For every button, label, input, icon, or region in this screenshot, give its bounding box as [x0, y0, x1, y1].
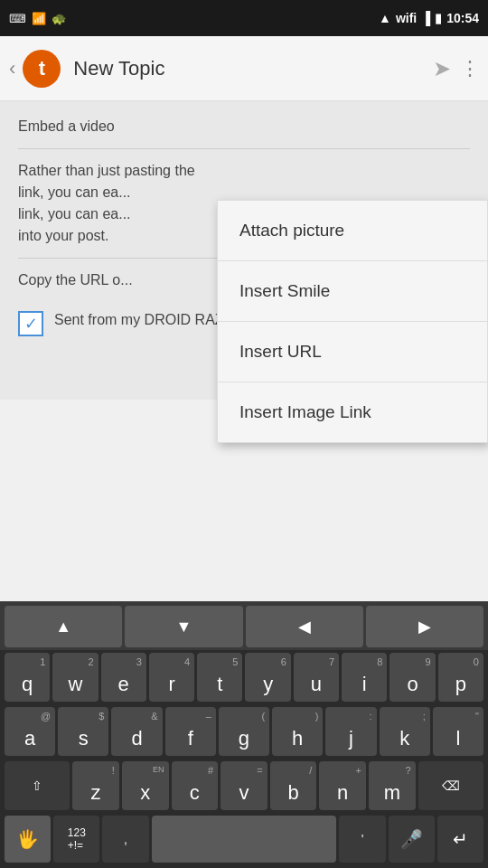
app-bar-actions: ➤ ⋮ — [433, 56, 479, 81]
key-w[interactable]: 2w — [52, 653, 98, 702]
key-s[interactable]: $s — [58, 707, 108, 756]
keyboard-row-2: @a $s &d –f (g )h :j ;k "l — [0, 704, 488, 759]
attach-picture-option[interactable]: Attach picture — [218, 201, 487, 261]
keyboard-row-4: 🖐 123+!= , ' 🎤 ↵ — [0, 813, 488, 868]
check-icon: ✓ — [24, 314, 38, 334]
key-o[interactable]: 9o — [389, 653, 435, 702]
apostrophe-key[interactable]: ' — [339, 816, 385, 863]
key-n[interactable]: +n — [319, 761, 366, 810]
insert-smile-option[interactable]: Insert Smile — [218, 261, 487, 322]
signal-bars-icon: ▐ — [421, 11, 430, 25]
numbers-key[interactable]: 123+!= — [53, 816, 99, 863]
more-options-button[interactable]: ⋮ — [460, 57, 479, 80]
status-bar: ⌨ 📶 🐢 ▲ wifi ▐ ▮ 10:54 — [0, 0, 488, 36]
page-title: New Topic — [73, 57, 164, 80]
wifi-icon: ▲ — [379, 11, 391, 25]
arrow-up-key[interactable]: ▲ — [5, 606, 122, 647]
key-m[interactable]: ?m — [369, 761, 416, 810]
arrow-row: ▲ ▼ ◀ ▶ — [0, 601, 488, 650]
key-h[interactable]: )h — [272, 707, 323, 756]
key-u[interactable]: 7u — [294, 653, 339, 702]
key-g[interactable]: (g — [219, 707, 269, 756]
shift-key[interactable]: ⇧ — [5, 761, 70, 810]
key-r[interactable]: 4r — [149, 653, 194, 702]
space-key[interactable] — [152, 816, 337, 863]
tapatalk-logo: t — [23, 50, 61, 88]
arrow-down-key[interactable]: ▼ — [125, 606, 242, 647]
key-e[interactable]: 3e — [101, 653, 146, 702]
signature-checkbox[interactable]: ✓ — [18, 311, 43, 336]
arrow-left-key[interactable]: ◀ — [246, 606, 363, 647]
app-bar: ‹ t New Topic ➤ ⋮ — [0, 36, 488, 101]
key-i[interactable]: 8i — [342, 653, 387, 702]
keyboard: ▲ ▼ ◀ ▶ 1q 2w 3e 4r 5t 6y 7u 8i 9o 0p @a… — [0, 601, 488, 868]
embed-video-text: Embed a video — [18, 116, 470, 137]
sim-icon: 📶 — [32, 12, 46, 25]
insert-url-option[interactable]: Insert URL — [218, 322, 487, 382]
keyboard-row-1: 1q 2w 3e 4r 5t 6y 7u 8i 9o 0p — [0, 650, 488, 704]
status-bar-left: ⌨ 📶 🐢 — [9, 12, 66, 25]
main-content: Embed a video Rather than just pasting t… — [0, 101, 488, 400]
key-x[interactable]: ENx — [122, 761, 169, 810]
app-bar-left: ‹ t New Topic — [9, 50, 433, 88]
key-z[interactable]: !z — [72, 761, 119, 810]
emoji-key[interactable]: 🖐 — [5, 816, 51, 863]
delete-key[interactable]: ⌫ — [418, 761, 483, 810]
send-button[interactable]: ➤ — [433, 56, 451, 81]
battery-icon: ▮ — [435, 11, 442, 25]
key-l[interactable]: "l — [433, 707, 483, 756]
key-q[interactable]: 1q — [5, 653, 50, 702]
key-a[interactable]: @a — [5, 707, 55, 756]
back-button[interactable]: ‹ — [9, 57, 15, 80]
divider-1 — [18, 148, 470, 149]
key-y[interactable]: 6y — [245, 653, 290, 702]
network-label: wifi — [396, 11, 417, 25]
enter-key[interactable]: ↵ — [437, 816, 483, 863]
key-p[interactable]: 0p — [438, 653, 483, 702]
comma-key[interactable]: , — [102, 816, 148, 863]
keyboard-row-3: ⇧ !z ENx #c =v /b +n ?m ⌫ — [0, 759, 488, 813]
key-b[interactable]: /b — [270, 761, 317, 810]
keyboard-icon: ⌨ — [9, 12, 26, 25]
clock-display: 10:54 — [446, 11, 479, 25]
key-j[interactable]: :j — [325, 707, 376, 756]
insert-image-link-option[interactable]: Insert Image Link — [218, 382, 487, 442]
key-f[interactable]: –f — [165, 707, 216, 756]
key-k[interactable]: ;k — [380, 707, 430, 756]
key-c[interactable]: #c — [172, 761, 219, 810]
mic-key[interactable]: 🎤 — [389, 816, 435, 863]
arrow-right-key[interactable]: ▶ — [366, 606, 483, 647]
key-t[interactable]: 5t — [197, 653, 242, 702]
key-v[interactable]: =v — [221, 761, 267, 810]
dropdown-menu: Attach picture Insert Smile Insert URL I… — [217, 200, 488, 443]
turtle-icon: 🐢 — [52, 12, 66, 25]
key-d[interactable]: &d — [111, 707, 162, 756]
status-bar-right: ▲ wifi ▐ ▮ 10:54 — [379, 11, 479, 25]
